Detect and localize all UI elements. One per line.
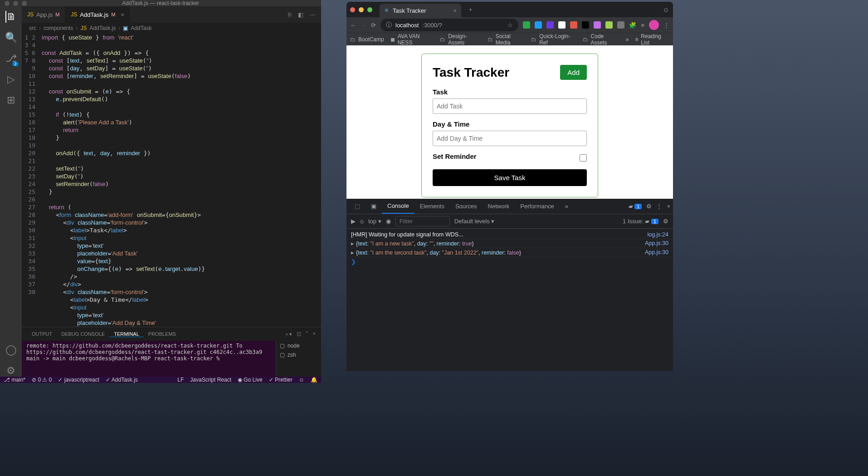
show-drawer-icon[interactable]: ▶: [351, 218, 356, 225]
source-link[interactable]: App.js:30: [645, 249, 668, 256]
console-settings-icon[interactable]: ⚙: [663, 218, 668, 225]
gear-icon[interactable]: ⚙: [646, 203, 652, 210]
search-icon[interactable]: 🔍: [5, 32, 17, 44]
bookmark-item[interactable]: 🗀Social Media: [488, 33, 525, 46]
tab-network[interactable]: Network: [483, 199, 515, 214]
language-mode[interactable]: ✓ javascriptreact: [58, 377, 99, 383]
close-tab-icon[interactable]: ×: [453, 7, 457, 14]
new-tab-button[interactable]: ＋: [464, 5, 477, 14]
address-bar[interactable]: ⓘ localhost:3000/? ☆: [380, 19, 518, 31]
filter-input[interactable]: [395, 216, 450, 226]
minimize-icon[interactable]: [359, 7, 364, 12]
extension-icon[interactable]: [535, 21, 542, 29]
gear-icon[interactable]: ⚙: [6, 365, 15, 377]
go-live[interactable]: ◉ Go Live: [238, 377, 263, 383]
extension-icon[interactable]: [546, 21, 554, 29]
bookmarks-overflow-icon[interactable]: »: [626, 36, 629, 43]
close-icon[interactable]: [5, 1, 10, 6]
more-actions-icon[interactable]: ⋯: [310, 11, 316, 18]
extension-icon[interactable]: [523, 21, 530, 29]
split-terminal-icon[interactable]: ◫: [297, 331, 301, 338]
tab-performance[interactable]: Performance: [515, 199, 559, 214]
new-terminal-icon[interactable]: ＋▾: [284, 331, 292, 338]
window-controls-icon[interactable]: ⊙: [663, 6, 668, 13]
console-prompt[interactable]: ❯: [346, 257, 673, 266]
panel-tab-debug[interactable]: DEBUG CONSOLE: [57, 331, 109, 337]
source-control-icon[interactable]: ⎇2: [5, 53, 17, 64]
panel-tab-problems[interactable]: PROBLEMS: [144, 331, 180, 337]
live-expression-icon[interactable]: ◉: [386, 218, 391, 225]
tab-elements[interactable]: Elements: [414, 199, 450, 214]
console-row[interactable]: ▸{text: "I am the second task", day: "Ja…: [346, 248, 673, 257]
breadcrumb[interactable]: src› components› JS AddTask.js› ▣ AddTas…: [22, 23, 321, 34]
maximize-icon[interactable]: [367, 7, 372, 12]
menu-icon[interactable]: ⋮: [663, 22, 669, 29]
forward-icon[interactable]: →: [361, 22, 366, 29]
split-editor-icon[interactable]: ◧: [298, 11, 303, 18]
terminal[interactable]: remote: https://github.com/dcbeergoddess…: [22, 341, 276, 377]
errors-indicator[interactable]: ⊘ 0 ⚠ 0: [32, 377, 52, 383]
profile-avatar[interactable]: [649, 20, 659, 30]
menu-icon[interactable]: ⋮: [656, 203, 662, 210]
context-selector[interactable]: top ▾: [368, 218, 381, 225]
close-panel-icon[interactable]: ×: [313, 331, 316, 338]
prettier-status[interactable]: ✓ Prettier: [269, 377, 293, 383]
extensions-menu-icon[interactable]: 🧩: [629, 22, 636, 29]
maximize-icon[interactable]: [22, 1, 27, 6]
add-button[interactable]: Add: [560, 65, 587, 80]
terminal-item-zsh[interactable]: ▢ zsh: [280, 352, 317, 358]
extension-icon[interactable]: [558, 21, 566, 29]
browser-tab[interactable]: ⚛ Task Tracker ×: [380, 4, 461, 17]
feedback-icon[interactable]: ☺: [299, 377, 304, 383]
source-link[interactable]: log.js:24: [647, 231, 668, 238]
panel-tab-terminal[interactable]: TERMINAL: [109, 331, 144, 337]
console-output[interactable]: [HMR] Waiting for update signal from WDS…: [346, 229, 673, 371]
bookmark-item[interactable]: ◼AVA VAN NESS: [390, 33, 434, 46]
terminal-item-node[interactable]: ▢ node: [280, 343, 317, 349]
extension-icon[interactable]: [594, 21, 601, 29]
minimize-icon[interactable]: [13, 1, 18, 6]
bookmark-item[interactable]: 🗀Quick-Login-Ref: [531, 33, 576, 46]
device-toggle-icon[interactable]: ▣: [366, 199, 382, 214]
close-icon[interactable]: [350, 7, 355, 12]
code-content[interactable]: import { useState } from 'react' const A…: [42, 34, 289, 327]
tab-console[interactable]: Console: [382, 199, 414, 214]
active-file[interactable]: ✓ AddTask.js: [106, 377, 138, 383]
extension-icon[interactable]: [605, 21, 613, 29]
chevron-up-icon[interactable]: ˄: [306, 331, 308, 338]
reading-list-button[interactable]: ≡ Reading List: [635, 33, 669, 46]
panel-tab-output[interactable]: OUTPUT: [27, 331, 57, 337]
close-icon[interactable]: ×: [667, 203, 670, 210]
extensions-icon[interactable]: ⊞: [7, 94, 15, 106]
issues-link[interactable]: 1 Issue: ▰ 1: [623, 218, 658, 225]
bell-icon[interactable]: 🔔: [311, 377, 317, 383]
levels-selector[interactable]: Default levels ▾: [454, 218, 495, 225]
clear-console-icon[interactable]: ⦸: [360, 218, 364, 225]
extension-icon[interactable]: [582, 21, 589, 29]
more-tabs-icon[interactable]: »: [560, 199, 574, 214]
tab-addtask-js[interactable]: JS AddTask.js M ×: [65, 6, 130, 23]
minimap[interactable]: [289, 34, 321, 327]
git-compare-icon[interactable]: ⎘: [288, 11, 292, 18]
site-info-icon[interactable]: ⓘ: [386, 21, 392, 29]
console-row[interactable]: [HMR] Waiting for update signal from WDS…: [346, 231, 673, 239]
tab-sources[interactable]: Sources: [450, 199, 483, 214]
day-input[interactable]: [433, 131, 587, 146]
save-task-button[interactable]: Save Task: [433, 169, 587, 186]
close-tab-icon[interactable]: ×: [121, 11, 124, 18]
reminder-checkbox[interactable]: [580, 154, 587, 162]
reading-list-icon[interactable]: ≡: [641, 22, 644, 29]
debug-icon[interactable]: ▷: [7, 74, 15, 85]
language-label[interactable]: JavaScript React: [190, 377, 231, 383]
bookmark-item[interactable]: 🗀Code Assets: [583, 33, 619, 46]
issues-badge[interactable]: ▰ 1: [629, 203, 642, 210]
source-link[interactable]: App.js:30: [645, 240, 668, 247]
eol-indicator[interactable]: LF: [177, 377, 184, 383]
account-icon[interactable]: ◯: [5, 344, 17, 356]
back-icon[interactable]: ←: [350, 22, 356, 29]
bookmark-item[interactable]: 🗀Design-Assets: [440, 33, 481, 46]
reload-icon[interactable]: ⟳: [371, 22, 376, 29]
branch-indicator[interactable]: ⎇ main*: [4, 377, 25, 383]
extension-icon[interactable]: [617, 21, 624, 29]
star-icon[interactable]: ☆: [507, 22, 513, 29]
